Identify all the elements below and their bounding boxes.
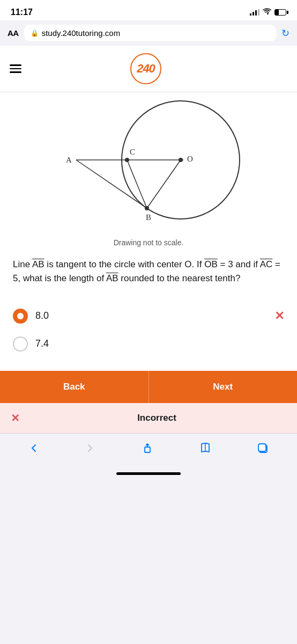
question-text: Line AB is tangent to the circle with ce… <box>13 258 284 286</box>
logo-text: 240 <box>137 62 155 76</box>
incorrect-x-icon: ✕ <box>11 412 20 425</box>
incorrect-label: Incorrect <box>27 413 286 423</box>
ac-overline: AC <box>260 259 273 269</box>
logo-container: 240 <box>21 53 270 84</box>
browser-toolbar <box>0 433 297 468</box>
forward-nav-button[interactable] <box>81 440 99 457</box>
next-button[interactable]: Next <box>149 371 298 403</box>
share-icon <box>142 442 153 454</box>
browser-aa[interactable]: AA <box>8 28 19 38</box>
wifi-icon <box>263 8 271 17</box>
answer-options: 8.0 ✕ 7.4 <box>0 297 297 371</box>
diagram-caption: Drawing not to scale. <box>0 237 297 254</box>
radio-button-2[interactable] <box>13 336 28 352</box>
nav-buttons: Back Next <box>0 371 297 403</box>
bookmarks-button[interactable] <box>196 439 214 457</box>
browser-bar: AA 🔒 study.240tutoring.com ↻ <box>0 20 297 46</box>
status-icons <box>250 8 286 17</box>
svg-text:C: C <box>130 148 135 156</box>
lock-icon: 🔒 <box>31 30 39 37</box>
back-nav-button[interactable] <box>25 440 42 457</box>
wrong-icon-1: ✕ <box>274 309 284 323</box>
incorrect-bar: ✕ Incorrect <box>0 403 297 433</box>
tabs-button[interactable] <box>254 439 272 457</box>
chevron-left-icon <box>28 443 39 453</box>
ab-overline-1: AB <box>32 259 44 269</box>
svg-text:O: O <box>187 155 193 163</box>
ab-overline-2: AB <box>106 273 118 283</box>
home-bar <box>116 472 181 475</box>
book-icon <box>199 442 211 454</box>
geometry-diagram: O C A B <box>36 101 261 235</box>
chevron-right-icon <box>85 443 95 453</box>
answer-option-2[interactable]: 7.4 <box>13 330 284 358</box>
back-button[interactable]: Back <box>0 371 149 403</box>
share-button[interactable] <box>138 439 157 457</box>
svg-line-10 <box>147 160 181 208</box>
status-bar: 11:17 <box>0 0 297 20</box>
hamburger-menu[interactable] <box>10 64 21 73</box>
answer-label-2: 7.4 <box>35 338 284 349</box>
svg-rect-15 <box>258 444 266 451</box>
answer-label-1: 8.0 <box>35 310 267 321</box>
answer-option-1[interactable]: 8.0 ✕ <box>13 302 284 330</box>
svg-text:B: B <box>146 213 151 222</box>
radio-button-1[interactable] <box>13 309 28 324</box>
browser-url-bar[interactable]: 🔒 study.240tutoring.com <box>24 25 276 41</box>
diagram-container: O C A B <box>0 92 297 237</box>
home-indicator <box>0 468 297 480</box>
logo-circle: 240 <box>130 53 161 84</box>
browser-url-text: study.240tutoring.com <box>42 28 120 38</box>
status-time: 11:17 <box>11 8 33 17</box>
tabs-icon <box>257 442 269 454</box>
refresh-button[interactable]: ↻ <box>281 27 289 39</box>
top-nav: 240 <box>0 46 297 92</box>
svg-line-9 <box>76 160 147 208</box>
question-area: Line AB is tangent to the circle with ce… <box>0 254 297 297</box>
svg-rect-12 <box>145 447 150 452</box>
battery-icon <box>274 9 286 16</box>
main-content: 240 O C A <box>0 46 297 433</box>
ob-overline: OB <box>204 259 218 269</box>
svg-text:A: A <box>66 156 72 164</box>
signal-icon <box>250 9 259 16</box>
